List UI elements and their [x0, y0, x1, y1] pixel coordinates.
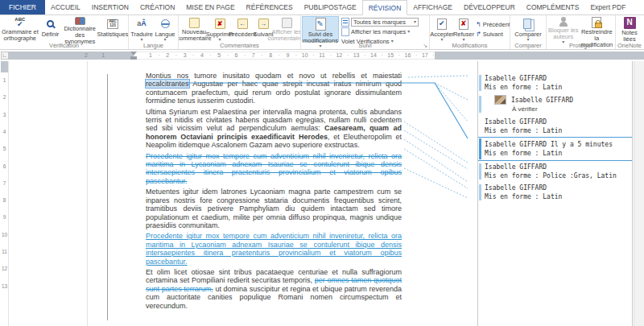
- tab-revision[interactable]: RÉVISION: [362, 0, 408, 15]
- group-label-commentaires: Commentaires: [179, 42, 300, 49]
- document-paragraph[interactable]: Et olim licet otiosae sint tribus pacata…: [146, 268, 402, 310]
- vertical-ruler[interactable]: 12345678910111213: [0, 61, 9, 326]
- vertical-scrollbar[interactable]: [634, 61, 644, 326]
- new-comment-icon: [189, 17, 200, 28]
- revision-entry[interactable]: Isabelle GIFFARDMis en forme : Latin: [478, 118, 632, 135]
- delete-comment-button[interactable]: ✘ Supprimer ▾: [208, 16, 231, 42]
- ruler-tick-label: 12: [336, 52, 342, 58]
- change-description: Mis en forme : Latin: [485, 149, 632, 158]
- previous-comment-button[interactable]: ← Précédent: [231, 16, 254, 42]
- show-comments-icon: [282, 17, 292, 28]
- next-change-icon: ↱: [476, 31, 481, 38]
- document-paragraph[interactable]: Ultima Syriarum est Palaestina per inter…: [146, 108, 402, 150]
- revision-entry[interactable]: Isabelle GIFFARDMis en forme : Police :G…: [478, 163, 632, 180]
- tab-expert-pdf[interactable]: Expert PDF: [584, 0, 631, 14]
- group-verification: ABC✔ Grammaire et orthographe Définir Di…: [0, 15, 129, 49]
- text-segment-deleted[interactable]: Procedente igitur mox tempore cum advent…: [146, 152, 402, 185]
- document-paragraph[interactable]: Procedente igitur mox tempore cum advent…: [146, 232, 402, 266]
- tab-mise-en-page[interactable]: MISE EN PAGE: [180, 0, 240, 14]
- ruler-tick-label: ·: [261, 52, 262, 58]
- ruler-tick-label: ·: [364, 52, 365, 58]
- reject-button[interactable]: Refuser ▾: [453, 16, 474, 42]
- new-comment-button[interactable]: Nouveau commentaire: [180, 16, 208, 42]
- suivi-dialog-launcher[interactable]: ↘: [423, 43, 427, 48]
- tab-references[interactable]: RÉFÉRENCES: [241, 0, 299, 14]
- ruler-tick-label: 1: [149, 52, 152, 58]
- magnifier-icon: [47, 17, 54, 31]
- revision-entry[interactable]: Isabelle GIFFARDMis en forme : Latin: [478, 184, 632, 201]
- group-label-modifications: Modifications: [430, 42, 510, 49]
- ruler-tick-label: 10: [0, 231, 9, 237]
- ruler-tick-label: ·: [175, 52, 177, 58]
- text-segment-normal[interactable]: Montius nos tumore inusitato quodam et n…: [146, 72, 402, 80]
- ruler-right-margin: [435, 52, 644, 60]
- document-paragraph[interactable]: Montius nos tumore inusitato quodam et n…: [146, 72, 402, 105]
- tab-complements[interactable]: COMPLÉMENTS: [521, 0, 585, 14]
- ruler-tick-label: ·: [329, 52, 331, 58]
- show-comments-button[interactable]: Afficher les commentaires: [273, 16, 300, 42]
- author-name: Isabelle GIFFARD: [485, 74, 632, 83]
- document-paragraph[interactable]: Procedente igitur mox tempore cum advent…: [146, 152, 402, 186]
- ribbon-tab-bar: FICHIER ACCUEIL INSERTION CRÉATION MISE …: [0, 0, 644, 15]
- ruler-tick-label: ·: [279, 52, 280, 58]
- group-label-langue: Langue: [129, 42, 178, 49]
- tab-affichage[interactable]: AFFICHAGE: [407, 0, 458, 14]
- spelling-check-icon: ABC✔: [14, 17, 25, 28]
- linked-notes-button[interactable]: N Notes liées: [617, 16, 642, 42]
- dropdown-arrow-icon: ▾: [407, 30, 410, 34]
- thesaurus-button[interactable]: Dictionnaire des synonymes: [61, 16, 98, 42]
- revision-entry[interactable]: Isabelle GIFFARD Il y a 5 minutesMis en …: [478, 137, 632, 161]
- block-authors-icon: [559, 17, 568, 27]
- accept-button[interactable]: Accepter ▾: [431, 16, 453, 42]
- language-button[interactable]: Langue ▾: [154, 16, 176, 42]
- ruler-tick-label: ·: [295, 52, 297, 58]
- horizontal-ruler[interactable]: 211·2·3·4·5·6·7·8·9·10·11·12·13·14·15·16…: [9, 50, 644, 61]
- tab-insertion[interactable]: INSERTION: [86, 0, 134, 14]
- comment-text: À vérifier: [512, 105, 632, 113]
- group-label-comparer: Comparer: [510, 42, 546, 49]
- define-button[interactable]: Définir: [39, 16, 62, 42]
- revision-entry[interactable]: Isabelle GIFFARDMis en forme : Latin: [478, 74, 632, 92]
- accept-check-icon: [437, 17, 447, 31]
- ruler-tick-label: 4: [0, 128, 9, 134]
- next-comment-icon: →: [258, 17, 269, 31]
- ruler-tick-label: 8: [269, 52, 272, 58]
- restrict-editing-button[interactable]: Restreindre la modification: [580, 16, 614, 42]
- document-canvas: Montius nos tumore inusitato quodam et n…: [9, 61, 644, 326]
- ruler-tick-label: 1: [101, 52, 105, 58]
- ruler-tick-label: 6: [235, 52, 238, 58]
- next-change-button[interactable]: ↱ Suivant: [476, 30, 510, 39]
- change-description: Mis en forme : Latin: [485, 126, 632, 135]
- display-for-review-combobox[interactable]: Toutes les marques▾: [351, 18, 419, 27]
- ruler-tick-label: 11: [0, 249, 9, 254]
- word-count-button[interactable]: ABC123 Statistiques: [98, 16, 127, 42]
- change-description: Mis en forme : Latin: [485, 192, 632, 201]
- ruler-tick-label: ·: [158, 52, 159, 58]
- show-markup-button[interactable]: Afficher les marques ▾: [341, 27, 419, 36]
- previous-change-button[interactable]: ↰ Précédent: [476, 20, 510, 29]
- ruler-tick-label: ·: [432, 52, 434, 58]
- document-paragraph[interactable]: Metuentes igitur idem latrones Lycaoniam…: [146, 188, 402, 229]
- document-text[interactable]: Montius nos tumore inusitato quodam et n…: [146, 72, 402, 312]
- ruler-tick-label: ·: [244, 52, 246, 58]
- comment-entry[interactable]: Isabelle GIFFARDÀ vérifier: [478, 95, 632, 113]
- tab-stop-selector[interactable]: ∟: [1, 52, 9, 60]
- author-name: Isabelle GIFFARD Il y a 5 minutes: [485, 140, 632, 149]
- compare-button[interactable]: Comparer ▾: [511, 16, 545, 42]
- ruler-tick-label: 6: [0, 163, 9, 168]
- tab-creation[interactable]: CRÉATION: [134, 0, 180, 14]
- entry-bar: [479, 163, 481, 180]
- block-authors-button[interactable]: Bloquer les auteurs ▾: [547, 16, 580, 42]
- spelling-grammar-button[interactable]: ABC✔ Grammaire et orthographe: [1, 16, 39, 42]
- track-changes-button[interactable]: Suivi des modifications ▾: [302, 16, 339, 42]
- text-segment-normal[interactable]: Metuentes igitur idem latrones Lycaoniam…: [146, 188, 402, 229]
- translate-button[interactable]: aÂ Traduire ▾: [130, 16, 154, 42]
- tab-publipostage[interactable]: PUBLIPOSTAGE: [299, 0, 362, 14]
- text-segment-selected[interactable]: recalcitrantes: [146, 80, 189, 88]
- tab-fichier[interactable]: FICHIER: [0, 0, 45, 14]
- indent-marker[interactable]: [130, 52, 137, 60]
- tab-accueil[interactable]: ACCUEIL: [45, 0, 86, 14]
- entry-bar: [479, 96, 481, 113]
- tab-developpeur[interactable]: DÉVELOPPEUR: [458, 0, 521, 14]
- text-segment-inserted[interactable]: Procedente igitur mox tempore cum advent…: [146, 232, 402, 265]
